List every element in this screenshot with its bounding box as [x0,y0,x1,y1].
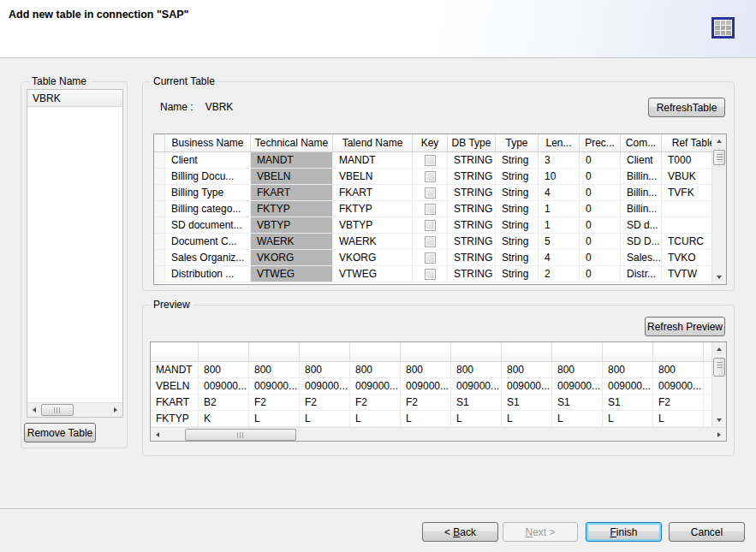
preview-value-cell: 800 [552,362,603,377]
key-checkbox[interactable] [425,252,436,264]
scroll-right-icon[interactable] [712,428,726,442]
preview-field-name: FKTYP [151,411,199,426]
preview-value-cell: 009000... [502,378,552,394]
next-button[interactable]: Next > [503,522,578,542]
cell-length: 2 [539,266,580,282]
back-button[interactable]: < Back [422,522,498,542]
preview-value-cell: L [350,411,401,426]
cell-db-type: STRING [448,201,496,217]
key-checkbox[interactable] [425,187,436,199]
scrollbar-thumb[interactable] [185,429,296,441]
column-header-row-hdr[interactable] [154,134,165,151]
scrollbar-thumb[interactable] [713,358,725,377]
table-row[interactable]: Billing Docu...VBELNVBELNSTRINGString100… [154,169,726,185]
scroll-down-icon[interactable] [712,270,726,284]
preview-value-cell: F2 [401,395,451,410]
scrollbar-thumb[interactable] [713,150,725,165]
cell-precision: 0 [580,201,621,217]
preview-row[interactable]: MANDT800800800800800800800800800800 [151,362,726,378]
cell-key [413,201,448,217]
column-header-length[interactable]: Len... [539,134,580,151]
key-checkbox[interactable] [425,155,436,166]
cell-type: String [496,169,539,184]
cell-business-name: Distribution ... [165,266,251,282]
preview-value-cell: F2 [300,395,350,410]
preview-row[interactable]: FKARTB2F2F2F2F2S1S1S1S1F2 [151,395,726,411]
column-header-business-name[interactable]: Business Name [165,134,251,151]
remove-table-button[interactable]: Remove Table [24,423,96,442]
cell-key [413,217,448,233]
scrollbar-thumb[interactable] [41,404,74,416]
table-name-group: Table Name VBRK [21,81,128,448]
scroll-left-icon[interactable] [27,403,41,417]
cell-db-type: STRING [448,185,496,200]
cell-key [413,250,448,265]
column-header-precision[interactable]: Prec... [580,134,621,151]
key-checkbox[interactable] [425,236,436,247]
current-table-vertical-scrollbar[interactable] [711,134,726,284]
preview-value-cell: 009000... [350,378,401,394]
preview-field-name: MANDT [151,362,199,377]
finish-button[interactable]: Finish [586,522,662,542]
refresh-preview-button[interactable]: Refresh Preview [645,317,725,336]
column-header-key[interactable]: Key [413,134,448,151]
preview-row[interactable]: FKTYPKLLLLLLLLL [151,411,726,427]
current-table-group-label: Current Table [150,75,218,87]
cell-db-type: STRING [448,152,496,168]
table-row[interactable]: Document C...WAERKWAERKSTRINGString50SD … [154,234,726,250]
scroll-up-icon[interactable] [712,342,726,356]
preview-group-label: Preview [150,299,193,311]
cell-talend-name: WAERK [333,234,413,249]
cell-row-hdr [154,250,165,265]
column-header-talend-name[interactable]: Talend Name [333,134,413,151]
table-grid-icon [711,17,735,39]
key-checkbox[interactable] [425,269,436,280]
table-row[interactable]: Sales Organiz...VKORGVKORGSTRINGString40… [154,250,726,266]
table-row[interactable]: SD document...VBTYPVBTYPSTRINGString10SD… [154,217,726,234]
key-checkbox[interactable] [425,220,436,231]
preview-value-cell: F2 [350,395,401,410]
preview-horizontal-scrollbar[interactable] [151,427,726,441]
preview-value-cell: 800 [300,362,350,377]
table-list-horizontal-scrollbar[interactable] [27,402,122,417]
cell-type: String [496,152,539,168]
cell-length: 1 [539,201,580,217]
preview-value-cell: 009000... [249,378,300,394]
preview-value-cell: 800 [502,362,552,377]
cell-row-hdr [154,217,165,233]
cell-type: String [496,217,539,233]
cell-technical-name: VTWEG [251,266,333,282]
table-row[interactable]: Billing catego...FKTYPFKTYPSTRINGString1… [154,201,726,217]
table-row[interactable]: Billing TypeFKARTFKARTSTRINGString40Bill… [154,185,726,201]
cell-row-hdr [154,234,165,249]
table-name-list[interactable]: VBRK [27,89,123,418]
refresh-table-button[interactable]: RefreshTable [648,98,725,117]
preview-value-cell: L [603,411,653,426]
preview-value-cell: 009000... [603,378,653,394]
cancel-button[interactable]: Cancel [669,522,745,542]
preview-row[interactable]: VBELN009000...009000...009000...009000..… [151,378,726,395]
preview-value-cell: 800 [199,362,249,377]
button-bar-separator [0,508,756,510]
column-header-type[interactable]: Type [496,134,539,151]
preview-value-cell: 009000... [401,378,451,394]
table-row[interactable]: Distribution ...VTWEGVTWEGSTRINGString20… [154,266,726,282]
cell-comment: Billin... [621,169,662,184]
preview-vertical-scrollbar[interactable] [711,342,726,427]
key-checkbox[interactable] [425,171,436,182]
preview-field-name: FKART [151,395,199,410]
cell-comment: Distr... [621,266,662,282]
table-row[interactable]: ClientMANDTMANDTSTRINGString30ClientT000 [154,152,726,169]
column-header-db-type[interactable]: DB Type [448,134,496,151]
preview-value-cell: L [300,411,350,426]
key-checkbox[interactable] [425,204,436,215]
preview-value-cell: 800 [451,362,502,377]
cell-technical-name: WAERK [251,234,333,249]
scroll-down-icon[interactable] [712,413,726,427]
scroll-right-icon[interactable] [109,403,122,417]
column-header-comment[interactable]: Com... [621,134,662,151]
scroll-left-icon[interactable] [151,428,164,442]
column-header-technical-name[interactable]: Technical Name [251,134,333,151]
table-name-list-item[interactable]: VBRK [27,90,122,107]
scroll-up-icon[interactable] [712,134,726,148]
